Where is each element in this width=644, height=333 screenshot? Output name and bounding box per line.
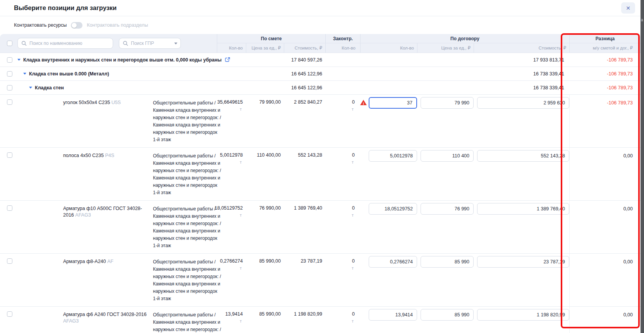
dog-cost-input[interactable]	[477, 97, 569, 109]
diff-value: -106 789,73	[569, 95, 641, 147]
smeta-cost: 552 143,28	[284, 148, 325, 200]
smeta-cost: 2 852 840,27	[284, 95, 325, 147]
search-gpr-input[interactable]	[119, 38, 181, 49]
gpr-path: Общестроительные работы / Каменная кладк…	[153, 95, 217, 147]
unit-label: т	[240, 319, 243, 323]
group-smeta-cost: 16 645 122,96	[284, 71, 325, 77]
subheader-zakontr-qty: Кол-во	[325, 43, 360, 53]
warning-icon: !	[360, 100, 367, 106]
smeta-qty: 13,9414	[225, 311, 243, 317]
dog-qty-input[interactable]	[369, 309, 417, 321]
row-checkbox[interactable]	[7, 152, 12, 158]
toggle-knob	[72, 23, 77, 28]
external-link-icon[interactable]	[225, 57, 230, 62]
smeta-price: 85 990,00	[246, 254, 284, 306]
collapse-triangle-icon[interactable]	[23, 73, 26, 75]
resource-code: AF	[107, 259, 113, 264]
collapse-triangle-icon[interactable]	[29, 87, 32, 89]
chevron-down-icon[interactable]	[174, 43, 177, 44]
smeta-cost: 1 389 769,40	[284, 201, 325, 253]
dog-qty-input[interactable]	[369, 150, 417, 162]
search-input[interactable]	[17, 38, 113, 49]
unit-label: т	[352, 266, 355, 270]
smeta-price: 76 990,00	[246, 201, 284, 253]
unit-label: т	[352, 213, 355, 217]
gpr-path: Общестроительные работы / Каменная кладк…	[153, 201, 217, 253]
background-edge-fragment: а	[641, 18, 643, 22]
table-row: Арматура ф6 А240 ГОСТ 34028-2016 AFAG3 О…	[0, 307, 641, 333]
dog-cost-input[interactable]	[477, 150, 569, 162]
dog-qty-input[interactable]	[369, 256, 417, 268]
unit-label: т	[240, 107, 243, 111]
row-checkbox[interactable]	[7, 205, 12, 211]
table-header-search-cell	[0, 34, 217, 53]
resource-code: P4S	[105, 153, 114, 158]
group-name: Кладка внутренних и наружных стен и пере…	[23, 57, 222, 63]
group-dog-cost: 16 738 339,41	[474, 71, 569, 77]
subheader-smeta-cost: Стоимость, ₽	[284, 43, 325, 53]
smeta-qty: 5,0012978	[220, 152, 243, 158]
dog-price-input[interactable]	[421, 256, 474, 268]
toolbar: Контрактовать ресурсы Контрактовать подр…	[0, 16, 641, 34]
collapse-triangle-icon[interactable]	[17, 59, 21, 61]
header-group-zakontr: Законтр.	[325, 34, 360, 43]
resource-code: AFAG3	[63, 318, 79, 324]
table-group-row: Кладка стен 16 645 122,96 16 738 339,41 …	[0, 81, 641, 95]
select-positions-modal: Выберите позиции для загрузки ✕ Контракт…	[0, 0, 641, 333]
row-checkbox[interactable]	[7, 57, 12, 63]
contract-resources-toggle[interactable]	[71, 22, 82, 29]
dog-cost-input[interactable]	[477, 203, 569, 215]
table-row: уголок 50x50x4 С235 U5S Общестроительные…	[0, 95, 641, 148]
gpr-path: Общестроительные работы / Каменная кладк…	[153, 307, 217, 333]
dog-qty-input[interactable]	[369, 203, 417, 215]
table-body: Кладка внутренних и наружных стен и пере…	[0, 53, 641, 333]
smeta-price: 110 400,00	[246, 148, 284, 200]
gpr-path: Общестроительные работы / Каменная кладк…	[153, 148, 217, 200]
table-group-row: Кладка внутренних и наружных стен и пере…	[0, 53, 641, 67]
dog-cost-input[interactable]	[477, 256, 569, 268]
modal-titlebar: Выберите позиции для загрузки ✕	[0, 0, 641, 16]
dog-price-input[interactable]	[421, 203, 474, 215]
zakontr-qty: 0	[352, 311, 355, 317]
unit-label: т	[352, 319, 355, 323]
diff-value: 0,00	[569, 201, 641, 253]
unit-label: т	[240, 266, 243, 270]
row-checkbox[interactable]	[7, 99, 12, 105]
zakontr-qty: 0	[352, 205, 355, 211]
group-dog-cost: 16 738 339,41	[474, 85, 569, 91]
dog-price-input[interactable]	[421, 97, 474, 109]
resource-name: Арматура ф8-А240	[63, 259, 106, 264]
group-name: Кладка стен	[35, 85, 64, 91]
resource-code: U5S	[112, 100, 121, 105]
subheader-dog-price: Цена за ед., ₽	[417, 43, 474, 53]
subheader-dog-qty: Кол-во	[360, 43, 417, 53]
group-name: Кладка стен выше 0.000 (Металл)	[29, 71, 109, 77]
zakontr-qty: 0	[352, 258, 355, 264]
group-smeta-cost: 17 840 597,26	[284, 57, 325, 63]
row-checkbox[interactable]	[7, 258, 12, 264]
subheader-raznica: м/у сметой и дог., ₽	[569, 43, 641, 53]
unit-label: т	[240, 213, 243, 217]
header-group-smeta: По смете	[217, 34, 325, 43]
header-group-dogovor: По договору	[360, 34, 569, 43]
background-edge-strip: а	[641, 0, 644, 333]
row-checkbox[interactable]	[7, 311, 12, 317]
diff-value: -106 789,73	[569, 71, 641, 77]
subheader-smeta-qty: Кол-во	[217, 43, 246, 53]
diff-value: 0,00	[569, 148, 641, 200]
resource-name: полоса 4x50 С235	[63, 153, 104, 158]
dog-qty-input[interactable]	[369, 97, 417, 109]
group-dog-cost: 17 933 813,71	[474, 57, 569, 63]
row-checkbox[interactable]	[7, 71, 12, 77]
close-button[interactable]: ✕	[621, 2, 635, 14]
smeta-cost: 23 787,19	[284, 254, 325, 306]
gpr-path: Общестроительные работы / Каменная кладк…	[153, 254, 217, 306]
row-checkbox[interactable]	[7, 85, 12, 91]
positions-table: По смете Законтр. По договору Разница Ко…	[0, 34, 641, 333]
select-all-checkbox[interactable]	[7, 41, 12, 46]
resource-name: уголок 50x50x4 С235	[63, 100, 110, 105]
dog-cost-input[interactable]	[477, 309, 569, 321]
smeta-qty: 0,2766274	[220, 258, 243, 264]
dog-price-input[interactable]	[421, 309, 474, 321]
dog-price-input[interactable]	[421, 150, 474, 162]
